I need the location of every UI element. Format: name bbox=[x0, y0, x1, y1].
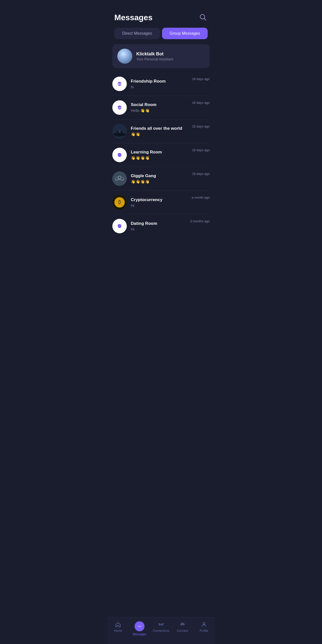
list-item[interactable]: Learning Room 👋👋👋👋 18 days ago bbox=[112, 143, 210, 167]
message-content: Friendship Room hi bbox=[131, 79, 188, 89]
group-avatar: KlickTalk bbox=[112, 100, 127, 115]
page-title: Messages bbox=[114, 13, 152, 22]
message-content: Giggle Gang 👋👋👋👋 bbox=[131, 174, 188, 184]
svg-point-5 bbox=[120, 83, 121, 84]
group-name: Learning Room bbox=[131, 150, 188, 155]
search-button[interactable] bbox=[198, 12, 208, 23]
nav-label-connections: Connections bbox=[153, 629, 170, 632]
svg-point-18 bbox=[119, 177, 120, 178]
bot-subtitle: Your Personal Assistant bbox=[136, 57, 173, 61]
list-item[interactable]: ₿ Cryptocurrency Hi a month ago bbox=[112, 191, 210, 214]
message-content: Social Room Hello 👋👋 bbox=[131, 102, 188, 113]
nav-item-connect[interactable]: Connect bbox=[172, 620, 193, 637]
svg-point-4 bbox=[118, 83, 119, 84]
messages-nav-bubble bbox=[134, 621, 144, 631]
message-time: 18 days ago bbox=[192, 77, 210, 81]
nav-label-messages: Messages bbox=[133, 632, 146, 636]
message-time: a month ago bbox=[192, 196, 210, 199]
header: Messages bbox=[107, 0, 215, 28]
message-preview: Hi bbox=[131, 227, 186, 231]
group-name: Friends all over the world bbox=[131, 126, 188, 131]
home-icon bbox=[115, 621, 121, 628]
group-avatar: KlickTalk bbox=[112, 76, 127, 91]
svg-point-19 bbox=[122, 178, 123, 179]
nav-item-profile[interactable]: Profile bbox=[193, 620, 215, 637]
nav-item-home[interactable]: Home bbox=[107, 620, 129, 637]
message-preview: hi bbox=[131, 85, 188, 89]
message-time: 3 months ago bbox=[190, 219, 210, 223]
svg-point-25 bbox=[138, 626, 139, 627]
group-name: Giggle Gang bbox=[131, 174, 188, 178]
search-icon bbox=[199, 14, 207, 21]
group-name: Cryptocurrency bbox=[131, 197, 188, 202]
group-avatar bbox=[112, 148, 127, 162]
bot-name: Klicktalk Bot bbox=[136, 52, 173, 57]
messages-icon bbox=[137, 624, 142, 629]
group-avatar: ₿ bbox=[112, 195, 127, 210]
message-time: 18 days ago bbox=[192, 172, 210, 176]
nav-item-connections[interactable]: Connections bbox=[150, 620, 172, 637]
nav-label-profile: Profile bbox=[200, 629, 208, 632]
group-name: Dating Room bbox=[131, 221, 186, 226]
group-name: Social Room bbox=[131, 102, 188, 107]
nav-label-home: Home bbox=[114, 629, 122, 632]
message-time: 18 days ago bbox=[192, 148, 210, 152]
list-item[interactable]: Friends all over the world 👋👋 18 days ag… bbox=[112, 120, 210, 143]
nav-label-connect: Connect bbox=[177, 629, 188, 632]
tab-group-messages[interactable]: Group Messages bbox=[162, 28, 208, 39]
nav-item-messages[interactable]: Messages bbox=[129, 620, 150, 637]
profile-icon bbox=[201, 621, 207, 628]
message-content: Cryptocurrency Hi bbox=[131, 197, 188, 208]
svg-line-1 bbox=[204, 18, 206, 20]
svg-point-17 bbox=[116, 178, 118, 179]
svg-point-31 bbox=[203, 622, 205, 624]
connect-icon bbox=[179, 621, 186, 628]
list-item[interactable]: KlickTalk Social Room Hello 👋👋 18 days a… bbox=[112, 96, 210, 120]
bot-info: Klicktalk Bot Your Personal Assistant bbox=[136, 52, 173, 61]
list-item[interactable]: Dating Room Hi 3 months ago bbox=[112, 214, 210, 238]
message-time: 18 days ago bbox=[192, 124, 210, 128]
group-avatar bbox=[112, 172, 127, 186]
svg-point-28 bbox=[159, 624, 160, 625]
svg-text:₿: ₿ bbox=[118, 199, 121, 205]
list-item[interactable]: Giggle Gang 👋👋👋👋 18 days ago bbox=[112, 167, 210, 191]
tab-direct-messages[interactable]: Direct Messages bbox=[114, 28, 160, 39]
svg-text:KlickTalk: KlickTalk bbox=[116, 83, 123, 85]
group-name: Friendship Room bbox=[131, 79, 188, 84]
svg-point-29 bbox=[162, 624, 163, 625]
svg-point-26 bbox=[139, 626, 140, 627]
tabs-container: Direct Messages Group Messages bbox=[107, 28, 215, 39]
message-time: 18 days ago bbox=[192, 101, 210, 104]
bot-avatar bbox=[117, 49, 132, 64]
message-preview: Hello 👋👋 bbox=[131, 108, 188, 113]
message-preview: 👋👋👋👋 bbox=[131, 180, 188, 184]
bot-card[interactable]: Klicktalk Bot Your Personal Assistant bbox=[112, 44, 210, 68]
connections-icon bbox=[158, 621, 164, 628]
message-preview: Hi bbox=[131, 203, 188, 208]
group-avatar bbox=[112, 124, 127, 138]
message-preview: 👋👋 bbox=[131, 132, 188, 136]
group-avatar bbox=[112, 219, 127, 233]
list-item[interactable]: KlickTalk Friendship Room hi 18 days ago bbox=[112, 72, 210, 96]
message-content: Friends all over the world 👋👋 bbox=[131, 126, 188, 136]
svg-text:KlickTalk: KlickTalk bbox=[116, 107, 123, 109]
message-preview: 👋👋👋👋 bbox=[131, 156, 188, 160]
message-list: KlickTalk Friendship Room hi 18 days ago… bbox=[107, 72, 215, 428]
message-content: Dating Room Hi bbox=[131, 221, 186, 231]
bottom-nav: Home Messages Connections bbox=[107, 617, 215, 644]
svg-point-27 bbox=[140, 626, 141, 627]
message-content: Learning Room 👋👋👋👋 bbox=[131, 150, 188, 160]
